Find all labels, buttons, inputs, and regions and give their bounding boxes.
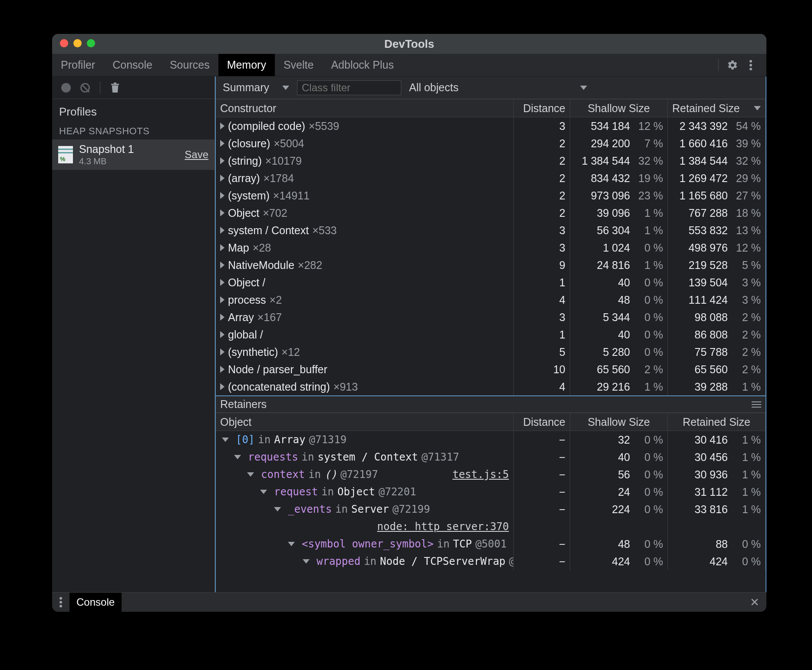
shallow-cell: 24 8161 % bbox=[570, 256, 668, 274]
close-window-icon[interactable] bbox=[60, 39, 68, 47]
expand-icon[interactable] bbox=[260, 490, 267, 494]
expand-icon[interactable] bbox=[303, 559, 310, 564]
expand-icon[interactable] bbox=[220, 123, 224, 129]
tab-memory[interactable]: Memory bbox=[218, 54, 275, 76]
retainers-menu-icon[interactable] bbox=[752, 401, 761, 408]
retainer-row[interactable]: wrapped in Node / TCPServerWrap @5−4240 … bbox=[216, 553, 766, 570]
constructor-row[interactable]: Object ×702239 0961 %767 28818 % bbox=[216, 204, 766, 222]
expand-icon[interactable] bbox=[220, 366, 224, 373]
tab-console[interactable]: Console bbox=[104, 54, 161, 76]
gear-icon[interactable] bbox=[725, 57, 740, 73]
kebab-icon[interactable] bbox=[52, 597, 69, 607]
zoom-window-icon[interactable] bbox=[87, 39, 95, 47]
expand-icon[interactable] bbox=[220, 227, 224, 234]
tab-sources[interactable]: Sources bbox=[161, 54, 218, 76]
expand-icon[interactable] bbox=[220, 331, 224, 338]
constructor-row[interactable]: (string) ×1017921 384 54432 %1 384 54432… bbox=[216, 152, 766, 169]
expand-icon[interactable] bbox=[220, 348, 224, 355]
tab-profiler[interactable]: Profiler bbox=[52, 54, 104, 76]
class-filter-input[interactable] bbox=[297, 80, 401, 95]
expand-icon[interactable] bbox=[220, 192, 224, 199]
constructor-row[interactable]: system / Context ×533356 3041 %553 83213… bbox=[216, 222, 766, 239]
shallow-cell: 973 09623 % bbox=[570, 187, 668, 204]
expand-icon[interactable] bbox=[274, 507, 281, 511]
constructor-row[interactable]: Node / parser_buffer1065 5602 %65 5602 % bbox=[216, 361, 766, 378]
retained-cell: 1 660 41639 % bbox=[668, 135, 766, 152]
col-ret-shallow[interactable]: Shallow Size bbox=[570, 413, 668, 431]
constructor-row[interactable]: (system) ×149112973 09623 %1 165 68027 % bbox=[216, 187, 766, 204]
drawer-tab-console[interactable]: Console bbox=[69, 593, 122, 612]
expand-icon[interactable] bbox=[220, 279, 224, 286]
constructor-row[interactable]: (compiled code) ×55393534 18412 %2 343 3… bbox=[216, 117, 766, 135]
profiles-heading: Profiles bbox=[52, 99, 215, 121]
col-object[interactable]: Object bbox=[216, 413, 514, 431]
expand-icon[interactable] bbox=[220, 244, 224, 251]
expand-icon[interactable] bbox=[220, 314, 224, 321]
clear-icon[interactable] bbox=[77, 80, 93, 96]
view-dropdown[interactable]: Summary bbox=[220, 81, 292, 94]
object-cell: context in () @72197test.js:5 bbox=[216, 466, 514, 483]
retained-cell: 2 343 39254 % bbox=[668, 117, 766, 135]
tab-adblock-plus[interactable]: Adblock Plus bbox=[322, 54, 403, 76]
retainer-row[interactable]: [0] in Array @71319−320 %30 4161 % bbox=[216, 431, 766, 448]
expand-icon[interactable] bbox=[220, 383, 224, 390]
scope-dropdown[interactable]: All objects bbox=[406, 81, 590, 94]
tab-svelte[interactable]: Svelte bbox=[275, 54, 322, 76]
expand-icon[interactable] bbox=[222, 438, 229, 442]
retainer-row[interactable]: requests in system / Context @71317−400 … bbox=[216, 448, 766, 466]
retainers-columns: Object Distance Shallow Size Retained Si… bbox=[216, 413, 766, 431]
constructor-row[interactable]: Object /1400 %139 5043 % bbox=[216, 274, 766, 291]
svg-point-1 bbox=[749, 64, 752, 66]
expand-icon[interactable] bbox=[220, 175, 224, 182]
source-link[interactable]: node: http server:370 bbox=[377, 521, 509, 533]
constructor-row[interactable]: Map ×2831 0240 %498 97612 % bbox=[216, 239, 766, 256]
retainer-row[interactable]: <symbol owner_symbol> in TCP @5001−480 %… bbox=[216, 535, 766, 553]
col-ret-distance[interactable]: Distance bbox=[514, 413, 570, 431]
col-shallow[interactable]: Shallow Size bbox=[570, 100, 668, 117]
constructor-row[interactable]: process ×24480 %111 4243 % bbox=[216, 291, 766, 308]
col-distance[interactable]: Distance bbox=[514, 100, 570, 117]
separator bbox=[718, 59, 719, 71]
separator bbox=[100, 82, 100, 94]
constructor-row[interactable]: Array ×16735 3440 %98 0882 % bbox=[216, 308, 766, 326]
retainer-row[interactable]: _events in Server @72199−2240 %33 8161 % bbox=[216, 501, 766, 518]
constructor-row[interactable]: NativeModule ×282924 8161 %219 5285 % bbox=[216, 256, 766, 274]
distance-cell: 3 bbox=[514, 239, 570, 256]
source-link[interactable]: test.js:5 bbox=[452, 468, 509, 481]
expand-icon[interactable] bbox=[220, 262, 224, 269]
col-ret-retained[interactable]: Retained Size bbox=[668, 413, 766, 431]
constructor-row[interactable]: (synthetic) ×1255 2800 %75 7882 % bbox=[216, 343, 766, 361]
constructor-row[interactable]: (closure) ×50042294 2007 %1 660 41639 % bbox=[216, 135, 766, 152]
retainer-row[interactable]: node: http server:370 bbox=[216, 518, 766, 535]
expand-icon[interactable] bbox=[234, 455, 241, 459]
col-constructor[interactable]: Constructor bbox=[216, 100, 514, 117]
expand-icon[interactable] bbox=[288, 542, 295, 546]
snapshot-item[interactable]: % Snapshot 1 4.3 MB Save bbox=[52, 139, 215, 170]
constructor-row[interactable]: global /1400 %86 8082 % bbox=[216, 326, 766, 343]
distance-cell: 9 bbox=[514, 256, 570, 274]
expand-icon[interactable] bbox=[220, 140, 224, 147]
retained-cell: 1 384 54432 % bbox=[668, 152, 766, 169]
retainer-row[interactable]: request in Object @72201−240 %31 1121 % bbox=[216, 483, 766, 501]
constructor-row[interactable]: (concatenated string) ×913429 2161 %39 2… bbox=[216, 378, 766, 395]
expand-icon[interactable] bbox=[220, 296, 224, 303]
kebab-icon[interactable] bbox=[743, 57, 759, 73]
retained-cell: 139 5043 % bbox=[668, 274, 766, 291]
profiles-sidebar: Profiles HEAP SNAPSHOTS % Snapshot 1 4.3… bbox=[52, 76, 215, 592]
constructor-cell: process ×2 bbox=[216, 291, 514, 308]
retained-cell: 1 165 68027 % bbox=[668, 187, 766, 204]
expand-icon[interactable] bbox=[220, 209, 224, 216]
expand-icon[interactable] bbox=[247, 472, 254, 477]
close-icon[interactable]: ✕ bbox=[743, 596, 766, 609]
snapshot-save-link[interactable]: Save bbox=[185, 149, 208, 161]
shallow-cell: 4240 % bbox=[570, 553, 668, 570]
trash-icon[interactable] bbox=[107, 80, 123, 96]
constructor-row[interactable]: (array) ×17842834 43219 %1 269 47229 % bbox=[216, 169, 766, 187]
retainer-row[interactable]: context in () @72197test.js:5−560 %30 93… bbox=[216, 466, 766, 483]
col-retained[interactable]: Retained Size bbox=[668, 100, 766, 117]
memory-toolbar: Summary All objects bbox=[216, 76, 766, 99]
minimize-window-icon[interactable] bbox=[73, 39, 82, 47]
record-icon[interactable] bbox=[58, 80, 74, 96]
constructors-table: Constructor Distance Shallow Size Retain… bbox=[216, 99, 766, 395]
expand-icon[interactable] bbox=[220, 157, 224, 164]
